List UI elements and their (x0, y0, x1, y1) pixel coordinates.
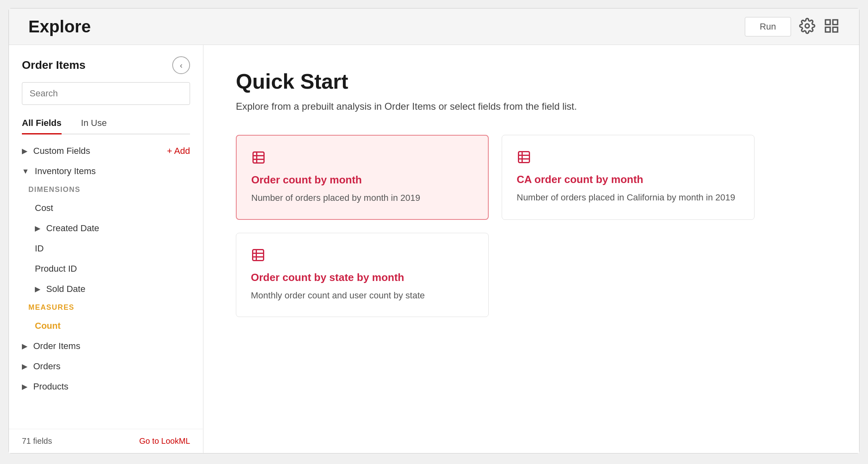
card-2-desc: Number of orders placed in California by… (517, 191, 740, 204)
sidebar-item-id[interactable]: ID (9, 238, 203, 259)
order-items-label: Order Items (33, 341, 80, 351)
collapse-button[interactable]: ‹ (172, 56, 190, 74)
page-title: Explore (28, 17, 91, 36)
chevron-right-icon-2: ▶ (35, 224, 41, 233)
card-order-count-by-state[interactable]: Order count by state by month Monthly or… (236, 233, 489, 317)
main-layout: Order Items ‹ All Fields In Use ▶ Custom… (9, 45, 859, 453)
field-list: ▶ Custom Fields + Add ▼ Inventory Items … (9, 134, 203, 429)
chevron-left-icon: ‹ (180, 61, 183, 70)
chevron-right-icon-4: ▶ (22, 342, 28, 351)
card-1-title: Order count by month (251, 174, 473, 186)
chevron-right-icon: ▶ (22, 147, 28, 155)
svg-rect-9 (519, 152, 530, 163)
sidebar-item-inventory-items[interactable]: ▼ Inventory Items (9, 161, 203, 181)
search-input[interactable] (22, 82, 190, 105)
sidebar-header: Order Items ‹ (9, 45, 203, 82)
chevron-down-icon: ▼ (22, 167, 29, 176)
grid-icon[interactable] (823, 18, 840, 36)
tabs: All Fields In Use (22, 113, 190, 134)
gear-icon[interactable] (799, 18, 815, 36)
dimensions-label: DIMENSIONS (9, 181, 203, 198)
topbar: Explore Run (9, 9, 859, 45)
svg-rect-3 (825, 27, 830, 32)
sidebar-item-count[interactable]: Count (9, 316, 203, 336)
quick-start-subtitle: Explore from a prebuilt analysis in Orde… (236, 101, 827, 112)
id-label: ID (35, 243, 44, 254)
go-lookml-link[interactable]: Go to LookML (139, 436, 190, 446)
tab-in-use[interactable]: In Use (81, 113, 107, 134)
custom-fields-label: Custom Fields (33, 146, 90, 156)
quick-start-title: Quick Start (236, 69, 827, 94)
run-button[interactable]: Run (745, 17, 791, 36)
sidebar-footer: 71 fields Go to LookML (9, 429, 203, 453)
count-label: Count (35, 321, 61, 331)
svg-rect-2 (833, 20, 838, 25)
cost-label: Cost (35, 203, 53, 213)
card-1-desc: Number of orders placed by month in 2019 (251, 191, 473, 204)
inventory-items-label: Inventory Items (35, 166, 96, 177)
sidebar-item-cost[interactable]: Cost (9, 198, 203, 218)
product-id-label: Product ID (35, 264, 77, 274)
cards-grid: Order count by month Number of orders pl… (236, 135, 755, 317)
sidebar-item-product-id[interactable]: Product ID (9, 259, 203, 279)
card-3-title: Order count by state by month (251, 271, 474, 284)
chevron-right-icon-3: ▶ (35, 285, 41, 294)
sidebar-item-sold-date[interactable]: ▶ Sold Date (9, 279, 203, 299)
sidebar-item-products[interactable]: ▶ Products (9, 377, 203, 397)
measures-label: MEASURES (9, 299, 203, 316)
chevron-right-icon-5: ▶ (22, 362, 28, 371)
sidebar: Order Items ‹ All Fields In Use ▶ Custom… (9, 45, 203, 453)
card-2-title: CA order count by month (517, 173, 740, 186)
svg-rect-4 (833, 27, 838, 32)
sidebar-title: Order Items (22, 59, 86, 72)
sidebar-item-created-date[interactable]: ▶ Created Date (9, 218, 203, 238)
chevron-right-icon-6: ▶ (22, 382, 28, 391)
products-label: Products (33, 381, 68, 392)
sidebar-item-orders[interactable]: ▶ Orders (9, 356, 203, 377)
created-date-label: Created Date (46, 223, 99, 234)
sidebar-item-order-items[interactable]: ▶ Order Items (9, 336, 203, 356)
table-icon-3 (251, 248, 474, 264)
svg-rect-1 (825, 20, 830, 25)
sold-date-label: Sold Date (46, 284, 86, 294)
table-icon-2 (517, 150, 740, 166)
card-ca-order-count[interactable]: CA order count by month Number of orders… (502, 135, 755, 220)
svg-rect-5 (253, 152, 264, 163)
tab-all-fields[interactable]: All Fields (22, 113, 62, 134)
topbar-actions: Run (745, 17, 840, 36)
svg-rect-13 (253, 250, 264, 261)
main-content: Quick Start Explore from a prebuilt anal… (203, 45, 859, 453)
add-button[interactable]: + Add (167, 146, 190, 156)
fields-count: 71 fields (22, 436, 52, 446)
orders-label: Orders (33, 361, 60, 372)
table-icon-1 (251, 150, 473, 166)
sidebar-item-custom-fields[interactable]: ▶ Custom Fields + Add (9, 141, 203, 161)
svg-point-0 (805, 24, 809, 28)
card-order-count-by-month[interactable]: Order count by month Number of orders pl… (236, 135, 489, 220)
card-3-desc: Monthly order count and user count by st… (251, 289, 474, 302)
